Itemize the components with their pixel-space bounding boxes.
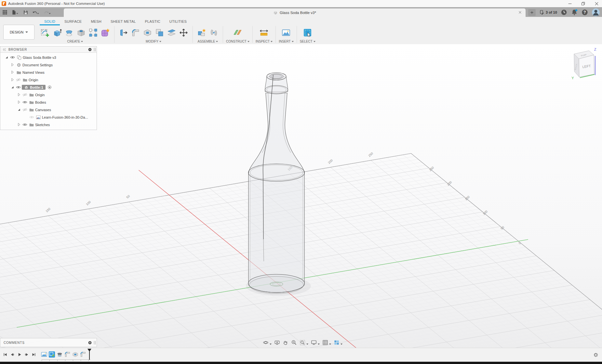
view-cube[interactable]: LEFT TOP BACK Z Y <box>567 44 601 86</box>
group-dropdown-create[interactable]: CREATE <box>67 40 83 43</box>
group-dropdown-select[interactable]: SELECT <box>300 40 315 43</box>
viewports-button[interactable] <box>332 339 341 346</box>
dropdown-caret[interactable] <box>318 344 320 345</box>
extrude-button[interactable] <box>51 26 63 39</box>
notifications-button[interactable] <box>571 9 578 16</box>
bottle-model[interactable] <box>246 73 311 296</box>
press-pull-button[interactable] <box>117 26 129 39</box>
close-tab-button[interactable] <box>518 10 522 15</box>
tree-row[interactable]: Sketches <box>0 121 97 128</box>
zoom-button[interactable] <box>290 339 298 346</box>
timeline-feature-fillet[interactable] <box>64 350 71 359</box>
revolve-button[interactable] <box>63 26 75 39</box>
step-back-button[interactable] <box>9 351 16 358</box>
visibility-eye-icon[interactable] <box>22 123 28 127</box>
file-menu-button[interactable] <box>10 9 20 16</box>
new-component-button[interactable] <box>196 26 208 39</box>
tree-expanded-arrow-icon[interactable] <box>4 55 9 59</box>
save-button[interactable] <box>22 9 29 16</box>
tree-row[interactable]: Bodies <box>0 98 97 106</box>
panel-drag-grip[interactable] <box>94 341 96 344</box>
tree-collapsed-arrow-icon[interactable] <box>10 70 15 74</box>
display-settings-button[interactable] <box>310 339 318 346</box>
pattern-button[interactable] <box>87 26 99 39</box>
pan-button[interactable] <box>281 339 289 346</box>
dropdown-caret[interactable] <box>270 344 272 345</box>
tree-collapsed-arrow-icon[interactable] <box>10 78 15 82</box>
undo-button[interactable] <box>31 9 41 16</box>
collapse-panel-icon[interactable] <box>2 47 7 52</box>
group-dropdown-inspect[interactable]: INSPECT <box>256 40 273 43</box>
visibility-eye-icon[interactable] <box>29 115 34 120</box>
ribbon-tab-sheet-metal[interactable]: SHEET METAL <box>106 18 140 25</box>
look-at-button[interactable] <box>273 339 281 346</box>
add-comment-icon[interactable] <box>88 341 92 345</box>
tree-item-label[interactable]: Origin <box>35 93 47 97</box>
tree-expanded-arrow-icon[interactable] <box>17 108 21 112</box>
timeline-feature-sketch[interactable] <box>48 350 55 359</box>
selected-tree-item[interactable]: Bottle:1 <box>22 85 46 90</box>
tree-collapsed-arrow-icon[interactable] <box>17 123 21 127</box>
group-dropdown-construct[interactable]: CONSTRUCT <box>226 40 249 43</box>
step-forward-button[interactable] <box>23 351 30 358</box>
orbit-button[interactable] <box>261 339 270 346</box>
move-copy-button[interactable] <box>178 26 190 39</box>
new-tab-button[interactable] <box>528 9 536 16</box>
tree-item-label[interactable]: Named Views <box>22 70 47 75</box>
tree-row[interactable]: Origin <box>0 91 97 98</box>
tree-expanded-arrow-icon[interactable] <box>10 85 15 89</box>
select-button[interactable] <box>301 26 314 39</box>
activate-component-radio[interactable] <box>47 85 52 90</box>
joint-button[interactable] <box>208 26 220 39</box>
document-tab[interactable]: Glass Soda Bottle v3* <box>64 8 526 17</box>
tree-row[interactable]: Glass Soda Bottle v3 <box>0 54 97 61</box>
offset-face-button[interactable] <box>166 26 178 39</box>
visibility-eye-icon[interactable] <box>16 85 21 90</box>
tree-collapsed-arrow-icon[interactable] <box>17 93 21 97</box>
fit-button[interactable] <box>298 339 306 346</box>
app-launcher-button[interactable] <box>1 9 8 16</box>
tree-collapsed-arrow-icon[interactable] <box>10 63 15 67</box>
insert-canvas-button[interactable] <box>280 26 292 39</box>
tree-row[interactable]: Learn-Fusion-360-in-30-Da... <box>0 113 97 121</box>
minimize-button[interactable] <box>567 1 573 6</box>
panel-drag-grip[interactable] <box>94 48 96 51</box>
tree-item-label[interactable]: Document Settings <box>22 63 55 67</box>
tree-collapsed-arrow-icon[interactable] <box>17 100 21 104</box>
maximize-restore-button[interactable] <box>581 1 586 6</box>
tree-row[interactable]: Canvases <box>0 106 97 113</box>
group-dropdown-modify[interactable]: MODIFY <box>146 40 161 43</box>
go-to-start-button[interactable] <box>2 351 8 358</box>
play-button[interactable] <box>16 351 23 358</box>
ribbon-tab-solid[interactable]: SOLID <box>40 18 60 25</box>
remove-panel-icon[interactable] <box>88 47 92 52</box>
tree-item-label[interactable]: Origin <box>29 78 41 82</box>
visibility-eye-icon[interactable] <box>10 55 15 60</box>
combine-button[interactable] <box>154 26 166 39</box>
documents-quota[interactable]: 3 of 10 <box>539 8 557 16</box>
create-form-button[interactable] <box>99 26 111 39</box>
visibility-eye-icon[interactable] <box>22 108 28 112</box>
redo-button[interactable] <box>43 9 53 16</box>
tree-row[interactable]: Named Views <box>0 69 97 76</box>
workspace-selector[interactable]: DESIGN <box>3 25 34 40</box>
hole-button[interactable] <box>75 26 87 39</box>
tree-row[interactable]: Origin <box>0 76 97 84</box>
construction-plane-button[interactable] <box>232 26 244 39</box>
visibility-eye-icon[interactable] <box>22 100 28 105</box>
ribbon-tab-mesh[interactable]: MESH <box>86 18 106 25</box>
tree-item-label[interactable]: Bottle:1 <box>30 85 45 90</box>
timeline-feature-shell[interactable] <box>72 350 79 359</box>
group-dropdown-insert[interactable]: INSERT <box>279 40 294 43</box>
timeline-feature-fillet2[interactable] <box>79 350 87 359</box>
close-button[interactable] <box>594 1 599 6</box>
viewport-3d[interactable]: 05010015020025015010050150200250 <box>0 44 602 348</box>
group-dropdown-assemble[interactable]: ASSEMBLE <box>198 40 218 43</box>
timeline-position-marker[interactable] <box>87 349 92 360</box>
tree-item-label[interactable]: Bodies <box>35 100 49 105</box>
help-button[interactable]: ? <box>581 9 588 16</box>
ribbon-tab-surface[interactable]: SURFACE <box>60 18 86 25</box>
timeline-feature-canvas[interactable] <box>40 350 47 359</box>
measure-button[interactable] <box>258 26 270 39</box>
tree-item-label[interactable]: Learn-Fusion-360-in-30-Da... <box>42 115 91 120</box>
